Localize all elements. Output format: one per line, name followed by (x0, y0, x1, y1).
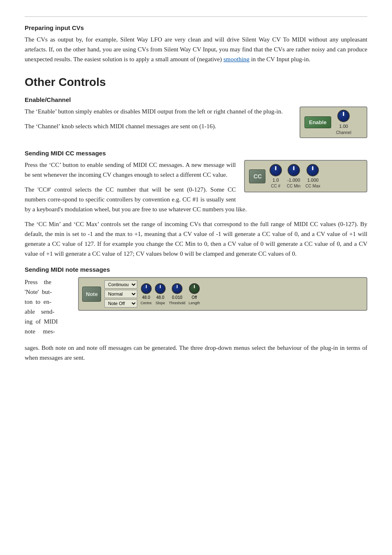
note-heading: Sending MIDI note messages (25, 266, 367, 273)
threshold-label: Threshold (169, 301, 185, 305)
top-divider (25, 16, 367, 17)
note-button[interactable]: Note (82, 287, 101, 302)
cc-hash-col: 1.0 CC # (270, 164, 282, 188)
length-knob[interactable] (189, 283, 200, 294)
centre-label: Centre (141, 301, 152, 305)
cc-widget: CC 1.0 CC # -1.000 CC Min 1.000 CC Max (244, 160, 367, 192)
cc-knob-group: 1.0 CC # -1.000 CC Min 1.000 CC Max (270, 164, 320, 188)
cc-min-col: -1.000 CC Min (287, 164, 300, 188)
threshold-knob[interactable] (172, 283, 182, 294)
note-widget: Note Continuous Note On Normal Note Off … (78, 277, 367, 311)
note-left-text: Press the 'Note' but- ton to en- able se… (25, 277, 78, 336)
length-knob-col: Off Length (189, 283, 200, 305)
centre-knob[interactable] (141, 283, 152, 294)
slope-label: Slope (156, 301, 165, 305)
enable-button[interactable]: Enable (304, 116, 331, 128)
cc-hash-value: 1.0 (272, 178, 279, 183)
cc-para3: The ‘CC Min’ and ‘CC Max’ controls set t… (25, 219, 367, 259)
cc-heading: Sending MIDI CC messages (25, 150, 367, 157)
enable-channel-section: Enable 1.00 Channel The ‘Enable’ button … (25, 106, 367, 142)
threshold-value: 0.010 (172, 295, 182, 300)
cc-widget-wrapper: CC 1.0 CC # -1.000 CC Min 1.000 CC Max (244, 160, 367, 192)
cc-button[interactable]: CC (249, 169, 265, 183)
note-mode-dropdown2[interactable]: Normal Note Off (104, 290, 137, 298)
cc-min-knob[interactable] (288, 164, 300, 176)
smoothing-link[interactable]: smoothing (224, 56, 249, 62)
channel-knob-area: 1.00 Channel (336, 110, 351, 135)
cc-hash-label: CC # (271, 184, 281, 188)
preparing-para1: The CVs as output by, for example, Silen… (25, 35, 367, 64)
length-label: Length (189, 301, 200, 305)
cc-max-col: 1.000 CC Max (305, 164, 320, 188)
channel-value: 1.00 (339, 124, 348, 129)
slope-value: 48.0 (156, 295, 164, 300)
enable-channel-widget: Enable 1.00 Channel (300, 106, 367, 138)
note-dropdowns: Continuous Note On Normal Note Off Note … (104, 280, 137, 308)
length-value: Off (191, 295, 197, 300)
cc-max-knob[interactable] (307, 164, 319, 176)
note-mode-dropdown1[interactable]: Continuous Note On (104, 280, 137, 289)
slope-knob-col: 48.0 Slope (155, 283, 166, 305)
cc-section: CC 1.0 CC # -1.000 CC Min 1.000 CC Max (25, 160, 367, 219)
cc-min-label: CC Min (287, 184, 300, 188)
cc-min-value: -1.000 (287, 178, 300, 183)
threshold-knob-col: 0.010 Threshold (169, 283, 185, 305)
other-controls-title: Other Controls (25, 76, 367, 89)
preparing-heading: Preparing input CVs (25, 24, 367, 31)
note-mode-dropdown3[interactable]: Note Off Gate Close (104, 299, 137, 308)
slope-knob[interactable] (155, 283, 166, 294)
channel-knob[interactable] (337, 110, 350, 122)
cc-max-value: 1.000 (307, 178, 319, 183)
cc-max-label: CC Max (305, 184, 320, 188)
enable-channel-heading: Enable/Channel (25, 96, 367, 103)
note-para2: sages. Both note on and note off message… (25, 343, 367, 363)
centre-knob-col: 48.0 Centre (141, 283, 152, 305)
centre-value: 48.0 (142, 295, 150, 300)
note-section-row: Press the 'Note' but- ton to en- able se… (25, 277, 367, 336)
note-knobs-row: 48.0 Centre 48.0 Slope 0.010 Threshold O… (141, 283, 200, 305)
cc-hash-knob[interactable] (270, 164, 282, 176)
channel-label: Channel (336, 130, 351, 135)
